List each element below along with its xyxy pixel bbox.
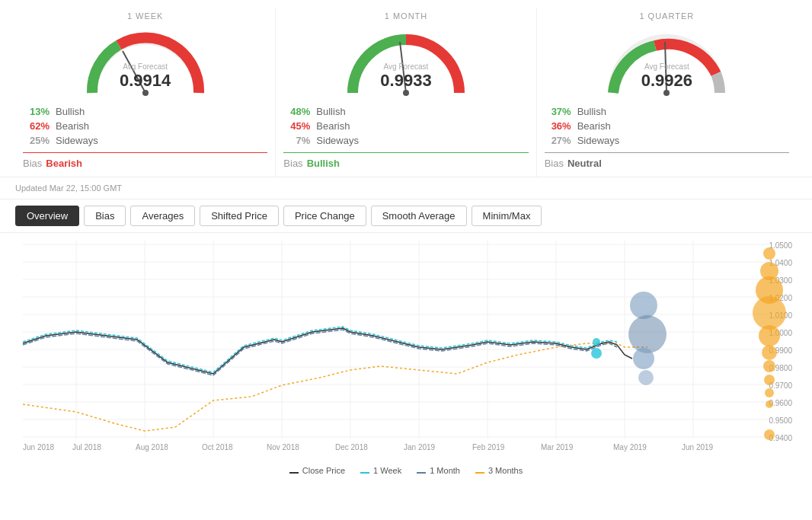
- bearish-label-2: Bearish: [316, 120, 350, 132]
- svg-point-56: [764, 429, 775, 440]
- svg-point-42: [630, 292, 657, 319]
- bullish-row-3: 37% Bullish: [545, 104, 789, 119]
- divider-3: [545, 152, 789, 153]
- panel-3-title: 1 QUARTER: [639, 11, 694, 21]
- gauge-1-label: Avg Forecast 0.9914: [120, 62, 171, 91]
- svg-text:Oct 2018: Oct 2018: [202, 443, 233, 451]
- svg-point-3: [403, 90, 409, 96]
- avg-text-2: Avg Forecast: [380, 62, 431, 71]
- svg-point-52: [763, 360, 775, 372]
- sideways-label-2: Sideways: [316, 135, 359, 146]
- gauge-1-month: Avg Forecast 0.9933: [337, 24, 475, 97]
- svg-point-46: [763, 247, 775, 260]
- tab-bias[interactable]: Bias: [84, 206, 126, 226]
- bias-row-1: Bias Bearish: [23, 158, 267, 169]
- bearish-label-3: Bearish: [577, 120, 611, 132]
- bias-label-text-1: Bias: [23, 158, 42, 169]
- svg-text:Jun 2018: Jun 2018: [23, 443, 55, 451]
- legend-close-price: Close Price: [289, 466, 345, 475]
- bearish-label-1: Bearish: [56, 120, 89, 132]
- bearish-pct-2: 45%: [283, 120, 310, 132]
- svg-point-43: [628, 315, 667, 353]
- sideways-row-2: 7% Sideways: [283, 133, 528, 148]
- panel-1-week: 1 WEEK Avg Forecast 0.9914 13% Bullis: [15, 8, 276, 177]
- svg-text:May 2019: May 2019: [613, 443, 647, 451]
- sideways-pct-3: 27%: [545, 135, 571, 146]
- sideways-pct-1: 25%: [23, 135, 50, 146]
- legend-1month-color: [417, 472, 426, 474]
- svg-text:Dec 2018: Dec 2018: [335, 443, 368, 451]
- bias-label-text-2: Bias: [283, 158, 302, 169]
- legend-1week-label: 1 Week: [373, 466, 401, 475]
- panel-1-quarter: 1 QUARTER Avg Forecast 0.9926 37%: [537, 8, 797, 177]
- tab-averages[interactable]: Averages: [130, 206, 195, 226]
- sideways-row-3: 27% Sideways: [545, 133, 789, 148]
- bias-value-2: Bullish: [307, 158, 340, 169]
- legend-3months-color: [475, 472, 484, 474]
- bullish-label-1: Bullish: [56, 106, 85, 117]
- svg-text:Mar 2019: Mar 2019: [541, 443, 574, 451]
- legend-1month-label: 1 Month: [430, 466, 460, 475]
- bearish-row-1: 62% Bearish: [23, 119, 267, 133]
- panel-1-title: 1 WEEK: [127, 11, 164, 21]
- avg-text-1: Avg Forecast: [120, 62, 171, 71]
- gauge-1-quarter: Avg Forecast 0.9926: [598, 24, 735, 97]
- legend-close-label: Close Price: [302, 466, 345, 475]
- svg-point-1: [142, 90, 149, 96]
- svg-point-49: [753, 296, 786, 330]
- tab-shifted-price[interactable]: Shifted Price: [200, 206, 279, 226]
- tab-price-change[interactable]: Price Change: [283, 206, 366, 226]
- bearish-row-2: 45% Bearish: [283, 119, 528, 133]
- svg-point-44: [633, 348, 654, 369]
- avg-value-1: 0.9914: [120, 71, 171, 91]
- legend-3months-label: 3 Months: [488, 466, 523, 475]
- bias-row-3: Bias Neutral: [545, 158, 789, 169]
- divider-1: [23, 152, 267, 153]
- svg-point-45: [638, 370, 654, 385]
- tab-minim-max[interactable]: Minim/Max: [472, 206, 542, 226]
- svg-point-5: [663, 90, 670, 96]
- stats-3: 37% Bullish 36% Bearish 27% Sideways Bia…: [545, 104, 789, 169]
- bullish-row-1: 13% Bullish: [23, 104, 267, 119]
- bias-value-1: Bearish: [46, 158, 82, 169]
- updated-bar: Updated Mar 22, 15:00 GMT: [0, 177, 812, 199]
- main-chart: 1.0500 1.0400 1.0300 1.0200 1.0100 1.000…: [15, 237, 797, 458]
- bullish-label-2: Bullish: [316, 106, 345, 117]
- divider-2: [283, 152, 528, 153]
- tabs-bar: Overview Bias Averages Shifted Price Pri…: [0, 199, 812, 233]
- legend-3-months: 3 Months: [475, 466, 523, 475]
- bullish-row-2: 48% Bullish: [283, 104, 528, 119]
- svg-point-54: [765, 388, 774, 397]
- panel-2-title: 1 MONTH: [385, 11, 428, 21]
- bearish-pct-3: 36%: [545, 120, 571, 132]
- panel-1-month: 1 MONTH Avg Forecast 0.9933 48% Bullish: [276, 8, 536, 177]
- bullish-pct-2: 48%: [283, 106, 310, 117]
- gauge-2-label: Avg Forecast 0.9933: [380, 62, 431, 91]
- sideways-label-1: Sideways: [56, 135, 98, 146]
- sideways-row-1: 25% Sideways: [23, 133, 267, 148]
- svg-text:Jan 2019: Jan 2019: [404, 443, 436, 451]
- legend-1-week: 1 Week: [360, 466, 401, 475]
- chart-area: 1.0500 1.0400 1.0300 1.0200 1.0100 1.000…: [0, 237, 812, 460]
- sideways-pct-2: 7%: [283, 135, 310, 146]
- svg-text:Aug 2018: Aug 2018: [136, 443, 168, 451]
- avg-value-2: 0.9933: [380, 71, 431, 91]
- bias-value-3: Neutral: [567, 158, 602, 169]
- legend-1-month: 1 Month: [417, 466, 460, 475]
- sideways-label-3: Sideways: [577, 135, 620, 146]
- avg-value-3: 0.9926: [641, 71, 692, 91]
- bullish-pct-3: 37%: [545, 106, 571, 117]
- top-section: 1 WEEK Avg Forecast 0.9914 13% Bullis: [0, 0, 812, 177]
- legend-1week-color: [360, 472, 369, 474]
- stats-1: 13% Bullish 62% Bearish 25% Sideways Bia…: [23, 104, 267, 169]
- tab-overview[interactable]: Overview: [15, 206, 79, 226]
- gauge-3-label: Avg Forecast 0.9926: [641, 62, 692, 91]
- svg-point-40: [593, 338, 600, 346]
- stats-2: 48% Bullish 45% Bearish 7% Sideways Bias…: [283, 104, 528, 169]
- gauge-1-week: Avg Forecast 0.9914: [77, 24, 214, 97]
- svg-text:0.9500: 0.9500: [769, 416, 792, 425]
- svg-point-50: [759, 325, 780, 346]
- tab-smooth-average[interactable]: Smooth Average: [371, 206, 467, 226]
- svg-point-51: [762, 345, 777, 360]
- svg-point-53: [764, 375, 775, 385]
